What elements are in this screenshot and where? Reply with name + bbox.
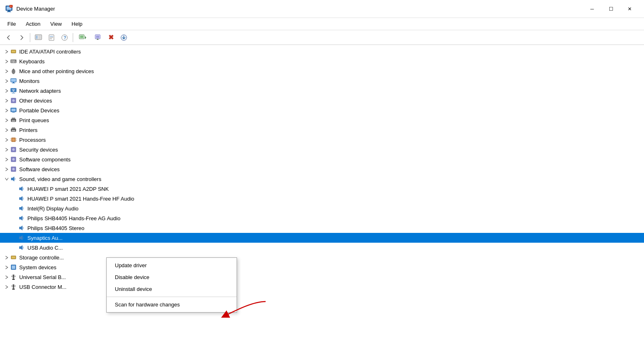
app-title: Device Manager bbox=[16, 6, 583, 12]
svg-rect-37 bbox=[13, 82, 14, 83]
uninstall-button[interactable] bbox=[92, 32, 104, 43]
chevron-processors[interactable] bbox=[3, 136, 10, 143]
tree-item-security[interactable]: Security devices bbox=[0, 145, 644, 154]
tree-item-huawei-a2dp[interactable]: HUAWEI P smart 2021 A2DP SNK bbox=[0, 184, 644, 194]
tree-item-usb-connector[interactable]: USB Connector M... bbox=[0, 282, 644, 292]
chevron-ide[interactable] bbox=[3, 48, 10, 55]
chevron-printers[interactable] bbox=[3, 127, 10, 133]
label-monitors: Monitors bbox=[19, 78, 40, 84]
forward-button[interactable] bbox=[16, 32, 28, 43]
svg-rect-9 bbox=[38, 37, 41, 38]
tree-item-storage[interactable]: Storage controlle... bbox=[0, 253, 644, 262]
chevron-print-queues[interactable] bbox=[3, 117, 10, 123]
menu-action[interactable]: Action bbox=[22, 19, 45, 29]
back-button[interactable] bbox=[2, 32, 15, 43]
svg-rect-47 bbox=[12, 118, 15, 119]
chevron-synaptics[interactable] bbox=[11, 235, 18, 241]
chevron-network[interactable] bbox=[3, 87, 10, 94]
tree-item-software-components[interactable]: Software components bbox=[0, 154, 644, 164]
svg-rect-7 bbox=[36, 36, 38, 39]
tree-item-portable[interactable]: Portable Devices bbox=[0, 105, 644, 115]
window-controls[interactable]: ─ ☐ ✕ bbox=[583, 3, 639, 15]
chevron-storage[interactable] bbox=[3, 254, 10, 261]
scan-hardware-button[interactable] bbox=[75, 32, 91, 43]
device-tree[interactable]: IDE ATA/ATAPI controllers Keyboards Mice… bbox=[0, 45, 644, 362]
chevron-other[interactable] bbox=[3, 97, 10, 104]
icon-huawei-hf bbox=[18, 195, 25, 202]
menu-help[interactable]: Help bbox=[67, 19, 87, 29]
content-area: IDE ATA/ATAPI controllers Keyboards Mice… bbox=[0, 45, 644, 362]
tree-item-huawei-hf[interactable]: HUAWEI P smart 2021 Hands-Free HF Audio bbox=[0, 194, 644, 203]
tree-item-ide[interactable]: IDE ATA/ATAPI controllers bbox=[0, 47, 644, 56]
svg-rect-8 bbox=[38, 36, 41, 36]
chevron-sound[interactable] bbox=[3, 176, 10, 182]
properties-button[interactable] bbox=[45, 32, 58, 43]
label-processors: Processors bbox=[19, 137, 46, 143]
tree-item-intel-display[interactable]: Intel(R) Display Audio bbox=[0, 203, 644, 213]
ctx-disable-device[interactable]: Disable device bbox=[107, 271, 237, 283]
svg-rect-26 bbox=[11, 60, 12, 61]
ctx-update-driver[interactable]: Update driver bbox=[107, 259, 237, 271]
icon-network bbox=[10, 87, 17, 94]
tree-item-processors[interactable]: Processors bbox=[0, 135, 644, 145]
chevron-system-devices[interactable] bbox=[3, 264, 10, 270]
chevron-usb-audio[interactable] bbox=[11, 244, 18, 251]
tree-item-print-queues[interactable]: Print queues bbox=[0, 115, 644, 125]
svg-rect-36 bbox=[11, 79, 16, 82]
tree-item-universal-serial[interactable]: Universal Serial B... bbox=[0, 272, 644, 282]
chevron-security[interactable] bbox=[3, 146, 10, 153]
menu-view[interactable]: View bbox=[46, 19, 66, 29]
tree-item-mice[interactable]: Mice and other pointing devices bbox=[0, 66, 644, 76]
icon-mice bbox=[10, 67, 17, 75]
chevron-philips-ag[interactable] bbox=[11, 215, 18, 221]
icon-philips-stereo bbox=[18, 224, 25, 232]
chevron-philips-stereo[interactable] bbox=[11, 225, 18, 231]
ctx-scan-hardware[interactable]: Scan for hardware changes bbox=[107, 299, 237, 311]
maximize-button[interactable]: ☐ bbox=[602, 3, 620, 15]
chevron-software-components[interactable] bbox=[3, 156, 10, 163]
tree-item-other[interactable]: Other devices bbox=[0, 96, 644, 105]
svg-rect-78 bbox=[15, 276, 16, 277]
icon-processors bbox=[10, 136, 17, 143]
svg-rect-24 bbox=[12, 51, 15, 52]
icon-huawei-a2dp bbox=[18, 185, 25, 192]
help-button[interactable]: ? bbox=[58, 32, 71, 43]
menu-file[interactable]: File bbox=[3, 19, 20, 29]
minimize-button[interactable]: ─ bbox=[583, 3, 602, 15]
chevron-portable[interactable] bbox=[3, 107, 10, 114]
label-synaptics: Synaptics Au... bbox=[27, 235, 63, 241]
chevron-intel-display[interactable] bbox=[11, 205, 18, 212]
disable-button[interactable]: ✖ bbox=[105, 32, 117, 43]
chevron-monitors[interactable] bbox=[3, 78, 10, 84]
chevron-keyboards[interactable] bbox=[3, 58, 10, 65]
label-philips-ag: Philips SHB4405 Hands-Free AG Audio bbox=[27, 215, 121, 221]
icon-software-components bbox=[10, 156, 17, 163]
update-driver-button[interactable] bbox=[118, 32, 130, 43]
tree-item-monitors[interactable]: Monitors bbox=[0, 76, 644, 86]
label-network: Network adapters bbox=[19, 88, 61, 94]
tree-item-synaptics[interactable]: Synaptics Au... bbox=[0, 233, 644, 243]
icon-keyboards bbox=[10, 58, 17, 65]
tree-item-usb-audio[interactable]: USB Audio C... bbox=[0, 243, 644, 253]
tree-item-software-devices[interactable]: Software devices bbox=[0, 164, 644, 174]
chevron-usb-connector[interactable] bbox=[3, 284, 10, 290]
tree-item-system-devices[interactable]: System devices bbox=[0, 262, 644, 272]
svg-rect-73 bbox=[12, 257, 15, 258]
ctx-uninstall-device[interactable]: Uninstall device bbox=[107, 283, 237, 295]
chevron-mice[interactable] bbox=[3, 68, 10, 74]
svg-rect-71 bbox=[19, 246, 21, 249]
tree-item-sound[interactable]: Sound, video and game controllers bbox=[0, 174, 644, 184]
chevron-huawei-a2dp[interactable] bbox=[11, 185, 18, 192]
tree-item-philips-ag[interactable]: Philips SHB4405 Hands-Free AG Audio bbox=[0, 213, 644, 223]
console-tree-button[interactable] bbox=[32, 32, 45, 43]
label-sound: Sound, video and game controllers bbox=[19, 176, 101, 182]
chevron-software-devices[interactable] bbox=[3, 166, 10, 172]
tree-item-printers[interactable]: Printers bbox=[0, 125, 644, 135]
chevron-huawei-hf[interactable] bbox=[11, 195, 18, 202]
close-button[interactable]: ✕ bbox=[620, 3, 639, 15]
chevron-universal-serial[interactable] bbox=[3, 274, 10, 280]
tree-item-keyboards[interactable]: Keyboards bbox=[0, 56, 644, 66]
tree-item-network[interactable]: Network adapters bbox=[0, 86, 644, 96]
tree-item-philips-stereo[interactable]: Philips SHB4405 Stereo bbox=[0, 223, 644, 233]
icon-philips-ag bbox=[18, 215, 25, 222]
